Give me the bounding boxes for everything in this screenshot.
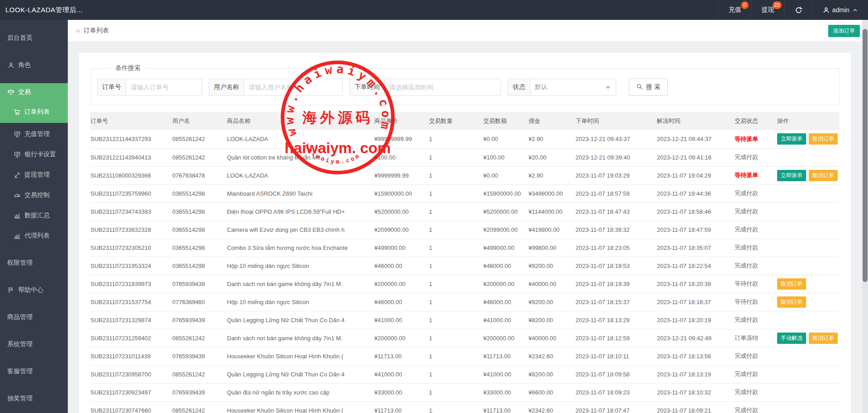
cell-unfreeze-time: 2023-11-07 18:13:19 bbox=[657, 365, 735, 383]
cell-unfreeze-time: 2023-11-07 18:58:46 bbox=[657, 202, 735, 221]
cell-commission: ¥2342.60 bbox=[528, 347, 576, 365]
table-row: SUB231107233832328 0365514298 Camera wif… bbox=[90, 221, 840, 239]
order-time-field-group: 下单时间 bbox=[349, 79, 501, 96]
sidebar-item-permissions[interactable]: 权限管理 bbox=[0, 254, 68, 272]
column-header: 交易数额 bbox=[483, 112, 528, 130]
column-header: 订单号 bbox=[90, 112, 172, 130]
withdraw-menu-button[interactable]: 提现 22 bbox=[751, 0, 784, 20]
cell-order-time: 2023-11-07 19:03:29 bbox=[576, 166, 657, 184]
search-button[interactable]: 搜 索 bbox=[629, 79, 668, 96]
user-menu-button[interactable]: admin bbox=[812, 0, 868, 20]
column-header: 用户名 bbox=[172, 112, 227, 130]
cell-order-time: 2023-11-07 18:09:58 bbox=[576, 365, 657, 383]
cell-actions bbox=[777, 257, 840, 275]
sidebar-item-withdraw-mgmt[interactable]: 提现管理 bbox=[0, 166, 68, 184]
dispatch-now-button[interactable]: 立即派单 bbox=[777, 133, 806, 145]
refresh-button[interactable] bbox=[784, 0, 812, 20]
scrollbar-thumb[interactable] bbox=[863, 29, 868, 282]
cell-unfreeze-time: 2023-11-07 18:20:39 bbox=[657, 275, 735, 293]
recharge-menu-button[interactable]: 充值 0 bbox=[718, 0, 751, 20]
sidebar-item-help-center[interactable]: 帮助中心 bbox=[0, 281, 68, 299]
sidebar-item-dashboard[interactable]: 后台首页 bbox=[0, 29, 68, 47]
username-label: 用户名称 bbox=[209, 79, 244, 96]
cell-commission: ¥1144000.00 bbox=[528, 202, 576, 221]
cell-actions: 取消订单 bbox=[777, 293, 840, 311]
cell-order-no: SUB231107234743383 bbox=[90, 202, 172, 221]
cell-unit-price: ¥9999999.99 bbox=[374, 166, 429, 184]
cell-status: 等待付款 bbox=[735, 275, 777, 293]
column-header: 解冻时间 bbox=[657, 112, 735, 130]
sidebar-item-system-mgmt[interactable]: 系统管理 bbox=[0, 335, 68, 353]
scrollbar-track bbox=[862, 20, 868, 413]
cell-unit-price: ¥11713.00 bbox=[374, 401, 429, 413]
cell-unfreeze-time: 2023-11-07 18:16:37 bbox=[657, 293, 735, 311]
cell-username: 0765939439 bbox=[172, 275, 227, 293]
cell-product: Camera wifi Ezviz dùng pin CB3 EB3 chính… bbox=[227, 221, 374, 239]
sidebar-item-recharge-mgmt[interactable]: 充值管理 bbox=[0, 125, 68, 143]
table-row: SUB231107231537754 0776369460 Hộp 10 miế… bbox=[90, 293, 840, 311]
column-header: 交易状态 bbox=[735, 112, 777, 130]
search-legend: 条件搜索 bbox=[111, 64, 145, 72]
sidebar-item-trade[interactable]: 交易 bbox=[0, 83, 68, 101]
search-button-label: 搜 索 bbox=[646, 83, 660, 91]
sidebar-item-roles[interactable]: 角色 bbox=[0, 56, 68, 74]
cell-product: Houseeker Khuôn Silicon Hoạt Hình Khuôn … bbox=[227, 401, 374, 413]
cell-unfreeze-time: 2023-11-07 18:22:54 bbox=[657, 257, 735, 275]
order-no-input[interactable] bbox=[126, 79, 202, 96]
cell-product: Quần đùi nữ ngắn bị trầy xước cao cấp bbox=[227, 383, 374, 401]
sidebar-item-service-mgmt[interactable]: 客服管理 bbox=[0, 362, 68, 380]
cell-unfreeze-time: 2023-11-07 18:47:59 bbox=[657, 221, 735, 239]
add-order-button[interactable]: 添加订单 bbox=[828, 25, 860, 37]
cell-qty: 1 bbox=[429, 311, 483, 329]
cell-commission: ¥20.00 bbox=[528, 148, 576, 166]
table-row: SUB231108000329366 0767938478 LOOK-LAZAD… bbox=[90, 166, 840, 184]
table-header-row: 订单号用户名商品名称商品单价交易数量交易数额佣金下单时间解冻时间交易状态操作 bbox=[90, 112, 840, 130]
cell-amount: ¥200000.00 bbox=[483, 329, 528, 347]
table-row: SUB231107231953324 0365514298 Hộp 10 miế… bbox=[90, 257, 840, 275]
cell-order-time: 2023-11-07 18:13:29 bbox=[576, 311, 657, 329]
cell-status: 完成付款 bbox=[735, 202, 777, 221]
cancel-order-button[interactable]: 取消订单 bbox=[809, 133, 838, 145]
cell-commission: ¥8200.00 bbox=[528, 365, 576, 383]
scales-icon bbox=[7, 89, 14, 96]
column-header: 操作 bbox=[777, 112, 840, 130]
sidebar-item-order-list[interactable]: 订单列表 bbox=[0, 101, 68, 123]
sidebar-item-trade-control[interactable]: 交易控制 bbox=[0, 186, 68, 204]
order-time-input[interactable] bbox=[385, 79, 501, 96]
cell-order-no: SUB231221144337293 bbox=[90, 130, 172, 148]
sidebar-item-data-summary[interactable]: 数据汇总 bbox=[0, 206, 68, 225]
manual-unfreeze-button[interactable]: 手动解冻 bbox=[777, 333, 806, 344]
dispatch-now-button[interactable]: 立即派单 bbox=[777, 170, 806, 181]
sidebar-item-bankcard[interactable]: 银行卡设置 bbox=[0, 145, 68, 164]
cell-amount: ¥0.00 bbox=[483, 166, 528, 184]
sidebar-item-product-mgmt[interactable]: 商品管理 bbox=[0, 308, 68, 326]
cell-qty: 1 bbox=[429, 148, 483, 166]
cell-product: Quần Legging Lửng Nữ Chất Thun Co Dãn 4 bbox=[227, 311, 374, 329]
cell-order-time: 2023-11-07 18:10:11 bbox=[576, 347, 657, 365]
cancel-order-button[interactable]: 取消订单 bbox=[777, 278, 806, 290]
user-icon bbox=[7, 61, 14, 69]
table-row: SUB231107231011439 0765939439 Houseeker … bbox=[90, 347, 840, 365]
cell-amount: ¥499000.00 bbox=[483, 239, 528, 257]
cell-qty: 1 bbox=[429, 257, 483, 275]
cell-product: LOOK-LAZADA bbox=[227, 130, 374, 148]
status-text: 完成付款 bbox=[735, 154, 758, 160]
sidebar-item-lottery-mgmt[interactable]: 抽奖管理 bbox=[0, 390, 68, 408]
cell-amount: ¥41000.00 bbox=[483, 311, 528, 329]
cell-status: 等待付款 bbox=[735, 293, 777, 311]
status-text: 完成付款 bbox=[735, 371, 758, 377]
sidebar-item-agent-list[interactable]: 代理列表 bbox=[0, 227, 68, 245]
cancel-order-button[interactable]: 取消订单 bbox=[809, 333, 838, 344]
cell-commission: ¥99800.00 bbox=[528, 239, 576, 257]
cell-order-no: SUB231107231011439 bbox=[90, 347, 172, 365]
cell-amount: ¥46000.00 bbox=[483, 293, 528, 311]
cell-actions: 手动解冻取消订单 bbox=[777, 329, 840, 347]
cancel-order-button[interactable]: 取消订单 bbox=[777, 296, 806, 308]
cancel-order-button[interactable]: 取消订单 bbox=[809, 170, 838, 181]
status-text: 订单冻结 bbox=[735, 334, 758, 341]
cell-order-no: SUB231107232305210 bbox=[90, 239, 172, 257]
status-select[interactable]: 默认 bbox=[530, 79, 616, 96]
cell-amount: ¥33000.00 bbox=[483, 383, 528, 401]
cell-actions: 立即派单取消订单 bbox=[777, 166, 840, 184]
username-input[interactable] bbox=[244, 79, 343, 96]
